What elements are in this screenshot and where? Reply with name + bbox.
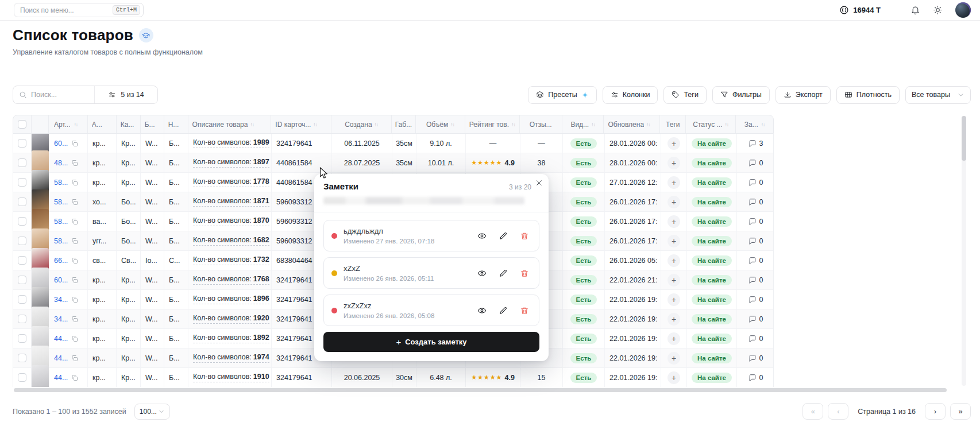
- table-row[interactable]: 48... кр... Кр... W... Б... Кол-во симво…: [13, 153, 774, 173]
- copy-icon[interactable]: [71, 277, 78, 284]
- column-header-art[interactable]: Арт...↑↓: [49, 115, 88, 133]
- sort-icon[interactable]: ↑↓: [591, 122, 595, 127]
- article-link[interactable]: 66...: [54, 257, 68, 265]
- article-link[interactable]: 60...: [54, 140, 68, 148]
- article-link[interactable]: 58...: [54, 198, 68, 206]
- article-link[interactable]: 34...: [54, 315, 68, 323]
- columns-button[interactable]: Колонки: [603, 86, 658, 104]
- notes-chat-icon[interactable]: [748, 237, 757, 245]
- row-checkbox[interactable]: [18, 334, 26, 343]
- notes-chat-icon[interactable]: [748, 140, 757, 148]
- edit-note-pencil-icon[interactable]: [499, 306, 508, 315]
- export-button[interactable]: Экспорт: [775, 86, 831, 104]
- row-checkbox[interactable]: [18, 295, 26, 304]
- column-header-id[interactable]: ID карточ...↑↓: [271, 115, 331, 133]
- table-search[interactable]: [13, 86, 94, 103]
- delete-note-trash-icon[interactable]: [520, 269, 529, 278]
- notes-chat-icon[interactable]: [748, 179, 757, 187]
- copy-icon[interactable]: [71, 179, 78, 186]
- horizontal-scrollbar-thumb[interactable]: [14, 388, 947, 392]
- create-note-button[interactable]: + Создать заметку: [323, 332, 539, 352]
- tags-button[interactable]: Теги: [663, 86, 706, 104]
- add-tag-button[interactable]: +: [668, 176, 680, 189]
- balance[interactable]: 16944 Т: [839, 5, 881, 15]
- column-header-rating[interactable]: Рейтинг тов...↑↓: [465, 115, 520, 133]
- add-tag-button[interactable]: +: [668, 313, 680, 326]
- add-tag-button[interactable]: +: [668, 274, 680, 286]
- sort-icon[interactable]: ↑↓: [74, 122, 78, 127]
- add-tag-button[interactable]: +: [668, 254, 680, 267]
- column-header-created[interactable]: Создана↑↓: [331, 115, 392, 133]
- notifications-bell-icon[interactable]: [910, 5, 920, 15]
- description-text[interactable]: Кол-во символов:1682: [193, 236, 269, 246]
- delete-note-trash-icon[interactable]: [520, 306, 529, 315]
- copy-icon[interactable]: [71, 218, 78, 225]
- filters-button[interactable]: Фильтры: [712, 86, 770, 104]
- row-checkbox[interactable]: [18, 373, 26, 382]
- add-tag-button[interactable]: +: [668, 352, 680, 365]
- add-tag-button[interactable]: +: [668, 196, 680, 208]
- education-icon[interactable]: [139, 28, 153, 42]
- sort-icon[interactable]: ↑↓: [511, 122, 515, 127]
- presets-button[interactable]: Пресеты: [528, 86, 596, 104]
- description-text[interactable]: Кол-во символов:1920: [193, 314, 269, 324]
- first-page-button[interactable]: «: [802, 403, 823, 420]
- sort-icon[interactable]: ↑↓: [250, 122, 254, 127]
- article-link[interactable]: 58...: [54, 218, 68, 226]
- delete-note-trash-icon[interactable]: [520, 231, 529, 241]
- notes-chat-icon[interactable]: [748, 315, 757, 323]
- edit-note-pencil-icon[interactable]: [499, 269, 508, 278]
- view-note-eye-icon[interactable]: [477, 269, 487, 278]
- row-checkbox[interactable]: [18, 217, 26, 226]
- edit-note-pencil-icon[interactable]: [499, 231, 508, 241]
- add-tag-button[interactable]: +: [668, 215, 680, 228]
- description-text[interactable]: Кол-во символов:1896: [193, 295, 269, 304]
- add-tag-button[interactable]: +: [668, 235, 680, 247]
- copy-icon[interactable]: [71, 374, 78, 381]
- row-checkbox[interactable]: [18, 197, 26, 206]
- row-checkbox[interactable]: [18, 315, 26, 323]
- table-search-input[interactable]: [31, 91, 88, 99]
- last-page-button[interactable]: »: [950, 403, 971, 420]
- table-row[interactable]: 44... кр... Кр... W... Б... Кол-во симво…: [13, 368, 774, 387]
- description-text[interactable]: Кол-во символов:1768: [193, 275, 269, 285]
- row-checkbox[interactable]: [18, 256, 26, 265]
- copy-icon[interactable]: [71, 199, 78, 206]
- copy-icon[interactable]: [71, 257, 78, 264]
- description-text[interactable]: Кол-во символов:1892: [193, 334, 269, 343]
- notes-chat-icon[interactable]: [748, 198, 757, 206]
- article-link[interactable]: 44...: [54, 374, 68, 382]
- product-filter-select[interactable]: Все товары: [905, 86, 971, 104]
- description-text[interactable]: Кол-во символов:1897: [193, 158, 269, 168]
- copy-icon[interactable]: [71, 316, 78, 323]
- add-tag-button[interactable]: +: [668, 293, 680, 306]
- column-header-updated[interactable]: Обновлена↑↓: [604, 115, 660, 133]
- sort-icon[interactable]: ↑↓: [375, 122, 379, 127]
- sort-icon[interactable]: ↑↓: [450, 122, 454, 127]
- row-checkbox[interactable]: [18, 354, 26, 362]
- description-text[interactable]: Кол-во символов:1778: [193, 177, 269, 187]
- sort-icon[interactable]: ↑↓: [761, 122, 765, 127]
- description-text[interactable]: Кол-во символов:1732: [193, 255, 269, 265]
- add-tag-button[interactable]: +: [668, 371, 680, 384]
- description-text[interactable]: Кол-во символов:1871: [193, 197, 269, 207]
- view-note-eye-icon[interactable]: [477, 306, 487, 315]
- row-checkbox[interactable]: [18, 158, 26, 167]
- row-checkbox[interactable]: [18, 237, 26, 245]
- menu-search[interactable]: Ctrl+M: [14, 3, 144, 17]
- column-header-volume[interactable]: Объём↑↓: [416, 115, 465, 133]
- density-button[interactable]: Плотность: [836, 86, 900, 104]
- article-link[interactable]: 44...: [54, 335, 68, 343]
- add-tag-button[interactable]: +: [668, 332, 680, 345]
- copy-icon[interactable]: [71, 355, 78, 362]
- row-checkbox[interactable]: [18, 139, 26, 148]
- row-checkbox[interactable]: [18, 276, 26, 284]
- user-avatar[interactable]: [955, 2, 971, 18]
- vertical-scrollbar[interactable]: [962, 116, 966, 386]
- column-header-notes[interactable]: За...↑↓: [736, 115, 773, 133]
- vertical-scrollbar-thumb[interactable]: [962, 116, 966, 161]
- column-header-status[interactable]: Статус ...↑↓: [686, 115, 736, 133]
- description-text[interactable]: Кол-во символов:1974: [193, 353, 269, 363]
- copy-icon[interactable]: [71, 140, 78, 147]
- view-note-eye-icon[interactable]: [477, 231, 487, 241]
